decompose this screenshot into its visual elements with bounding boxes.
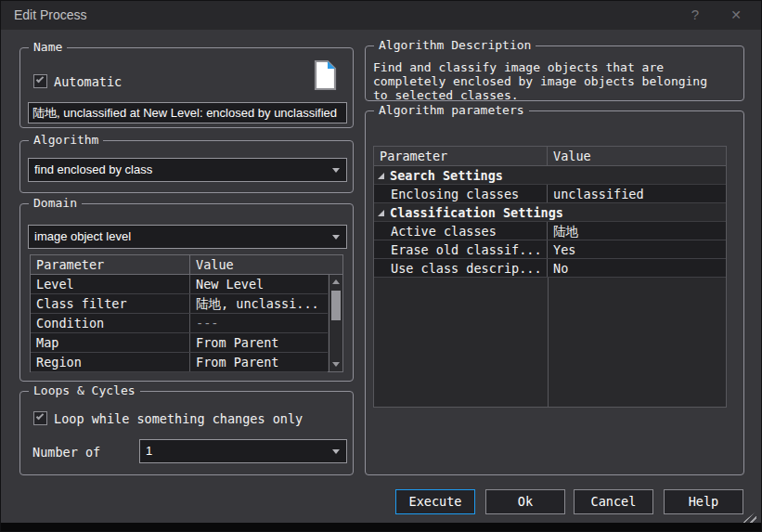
cell-value: ---	[190, 314, 328, 332]
cell-value: New Level	[190, 275, 328, 293]
cell-parameter: Use class descrip...	[374, 259, 548, 277]
cell-parameter: Condition	[31, 314, 190, 332]
close-icon[interactable]: ✕	[724, 1, 748, 30]
execute-button[interactable]: Execute	[395, 489, 475, 514]
chevron-down-icon	[332, 449, 340, 454]
description-line: completely enclosed by image objects bel…	[373, 74, 736, 88]
cell-parameter: Level	[31, 275, 190, 293]
titlebar[interactable]: Edit Process ? ✕	[1, 1, 761, 30]
loop-while-changes-label: Loop while something changes only	[54, 411, 303, 426]
algorithm-parameters-group: Algorithm parameters Parameter Value Sea…	[365, 110, 744, 475]
description-line: to selected classes.	[373, 88, 736, 100]
cell-value: From Parent	[190, 353, 328, 371]
domain-select[interactable]: image object level	[28, 225, 347, 249]
group-row-label: Classification Settings	[388, 203, 563, 221]
cell-parameter: Enclosing classes	[374, 185, 548, 202]
expanded-triangle-icon[interactable]	[378, 173, 384, 179]
process-name-input[interactable]: 陆地, unclassified at New Level: enclosed …	[28, 102, 347, 123]
table-row[interactable]: LevelNew Level	[31, 275, 328, 294]
loops-cycles-group: Loops & Cycles Loop while something chan…	[19, 391, 354, 475]
help-button[interactable]: Help	[664, 489, 743, 514]
algorithm-parameters-label: Algorithm parameters	[374, 103, 529, 118]
algorithm-parameters-table: Parameter Value Search SettingsEnclosing…	[373, 146, 727, 408]
algorithm-group: Algorithm find enclosed by class	[19, 140, 354, 193]
column-header-parameter[interactable]: Parameter	[374, 147, 548, 165]
cell-parameter: Region	[31, 353, 190, 371]
checkmark-icon	[36, 412, 44, 420]
cell-parameter: Map	[31, 333, 190, 352]
table-row[interactable]: Erase old classif...Yes	[374, 240, 726, 259]
chevron-down-icon	[332, 235, 340, 240]
column-header-value[interactable]: Value	[190, 255, 342, 274]
group-row-label: Search Settings	[388, 166, 503, 184]
automatic-checkbox-label: Automatic	[54, 74, 122, 89]
algorithm-description-text: Find and classify image objects that are…	[373, 60, 736, 100]
algorithm-description-group: Algorithm Description Find and classify …	[365, 45, 744, 101]
loops-cycles-group-label: Loops & Cycles	[29, 383, 140, 398]
algorithm-select-value: find enclosed by class	[34, 159, 326, 181]
cell-value: From Parent	[190, 333, 328, 352]
window-bottom-edge	[1, 523, 761, 532]
chevron-down-icon	[332, 168, 340, 173]
name-group: Name Automatic 陆地, unclassified at New L…	[19, 47, 354, 128]
cell-value: No	[548, 259, 726, 277]
loop-while-changes-checkbox[interactable]	[33, 411, 47, 425]
parameters-table-empty-area	[374, 278, 726, 407]
parameters-table-header: Parameter Value	[374, 147, 726, 166]
domain-select-value: image object level	[34, 226, 326, 248]
table-group-row[interactable]: Classification Settings	[374, 203, 726, 222]
number-of-value: 1	[146, 440, 326, 462]
column-divider	[548, 278, 549, 407]
cell-parameter: Active classes	[374, 222, 548, 240]
expanded-triangle-icon[interactable]	[378, 210, 384, 216]
table-row[interactable]: Active classes陆地	[374, 222, 726, 240]
cell-parameter: Erase old classif...	[374, 240, 548, 258]
domain-group: Domain image object level Parameter Valu…	[19, 203, 354, 382]
domain-table: Parameter Value LevelNew LevelClass filt…	[30, 254, 343, 372]
parameters-table-body: Search SettingsEnclosing classesunclassi…	[374, 166, 726, 407]
ok-button[interactable]: Ok	[485, 489, 565, 514]
cell-value: Yes	[548, 240, 726, 258]
description-line: Find and classify image objects that are	[373, 60, 736, 74]
cancel-button[interactable]: Cancel	[574, 489, 653, 514]
name-group-label: Name	[29, 40, 67, 55]
new-document-icon[interactable]	[314, 59, 337, 95]
domain-table-body: LevelNew LevelClass filter陆地, unclassi..…	[31, 275, 328, 371]
domain-group-label: Domain	[29, 196, 82, 211]
scroll-up-icon[interactable]	[329, 276, 342, 289]
edit-process-dialog: Edit Process ? ✕ Name Automatic 陆地, uncl…	[0, 0, 762, 532]
cell-parameter: Class filter	[31, 294, 190, 313]
table-row[interactable]: Class filter陆地, unclassi...	[31, 294, 328, 314]
table-row[interactable]: Condition---	[31, 314, 328, 333]
domain-table-header: Parameter Value	[31, 255, 342, 275]
automatic-checkbox[interactable]	[33, 74, 47, 88]
scroll-down-icon[interactable]	[329, 357, 342, 370]
algorithm-group-label: Algorithm	[29, 133, 103, 148]
table-group-row[interactable]: Search Settings	[374, 166, 726, 185]
checkmark-icon	[36, 75, 44, 83]
column-header-parameter[interactable]: Parameter	[31, 255, 190, 274]
column-header-value[interactable]: Value	[548, 147, 726, 165]
number-of-select[interactable]: 1	[139, 439, 347, 463]
domain-table-scrollbar[interactable]	[329, 275, 342, 371]
table-row[interactable]: MapFrom Parent	[31, 333, 328, 353]
table-row[interactable]: RegionFrom Parent	[31, 353, 328, 372]
number-of-label: Number of	[32, 445, 100, 460]
window-title: Edit Process	[14, 1, 87, 30]
algorithm-description-label: Algorithm Description	[374, 38, 536, 53]
help-icon[interactable]: ?	[683, 1, 707, 30]
cell-value: 陆地	[548, 222, 726, 240]
cell-value: 陆地, unclassi...	[190, 294, 328, 313]
scrollbar-thumb[interactable]	[331, 291, 341, 320]
cell-value: unclassified	[548, 185, 726, 202]
table-row[interactable]: Enclosing classesunclassified	[374, 185, 726, 203]
table-row[interactable]: Use class descrip...No	[374, 259, 726, 278]
algorithm-select[interactable]: find enclosed by class	[28, 158, 347, 182]
